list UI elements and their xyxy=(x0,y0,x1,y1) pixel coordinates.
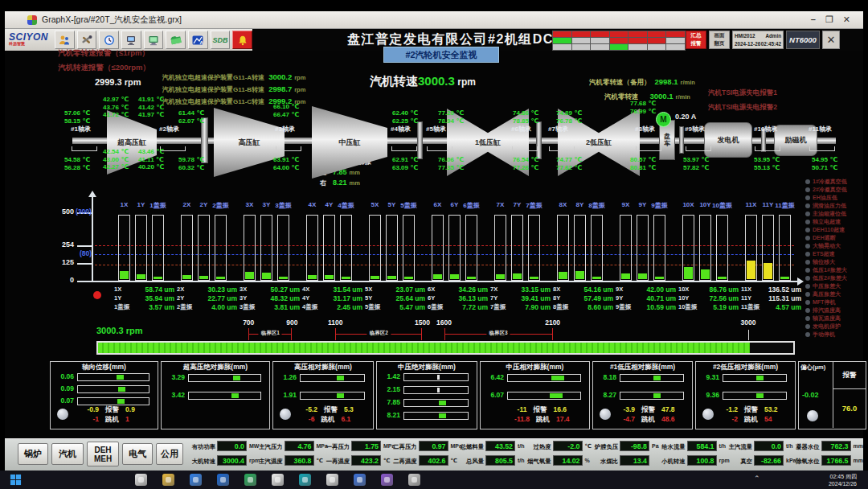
vibration-bar-fill xyxy=(279,277,288,279)
speedbar-tick-3000 xyxy=(748,330,750,340)
limit-text: -6 xyxy=(309,415,315,425)
vib-table-value: 54.16 um xyxy=(570,286,613,294)
limit-text: 54 xyxy=(764,415,772,425)
vib-table-value: 86.76 um xyxy=(695,286,739,294)
panel-bar xyxy=(403,386,469,394)
dynamic-layer: 汽机独立电超速保护装置G11-A转速3000.2rpm汽机独立电超速保护装置G1… xyxy=(0,0,868,489)
vibration-bar-8盖振 xyxy=(591,215,603,281)
limit-text: -11.8 xyxy=(514,415,530,425)
limit-text: -11 xyxy=(518,405,527,415)
vibration-bar-7Y xyxy=(511,215,523,281)
measurement-unit: ℃ xyxy=(585,443,592,450)
status-indicator xyxy=(807,410,818,421)
bearing-temperature: 66.10 ℃ 66.47 ℃ xyxy=(273,103,299,118)
taskbar-app-icon[interactable] xyxy=(272,474,284,486)
vibration-bar-5X xyxy=(369,215,381,281)
panel-bar-marker xyxy=(653,376,661,380)
trip-condition-item: 手动停机 xyxy=(805,331,835,339)
panel-title: 中压相对膨胀(mm) xyxy=(481,363,589,372)
panel-bar-marker xyxy=(550,393,563,398)
taskbar-app-icon[interactable] xyxy=(217,474,229,486)
trip-condition-item: 大轴晃动大 xyxy=(805,242,841,250)
vibration-bar-1X xyxy=(118,215,130,281)
taskbar-app-icon[interactable] xyxy=(299,474,311,486)
trip-condition-label: 1#冷凝真空低 xyxy=(813,178,847,186)
measurement-value: 423.2 xyxy=(351,455,381,466)
limit-text: 报警 xyxy=(641,405,655,415)
nav-button-DEH[interactable]: DEHMEH xyxy=(87,442,119,466)
nav-button-label: 锅炉 xyxy=(24,450,42,458)
vibration-bar-label: 10盖振 xyxy=(710,201,734,210)
vib-ytick-label: 0 xyxy=(47,276,74,284)
vibration-bar-fill xyxy=(404,277,413,279)
vibration-bar-fill xyxy=(325,275,334,279)
limit-text: 1 xyxy=(125,415,129,425)
taskbar-app-icon[interactable] xyxy=(326,474,338,486)
measurement-value: 584.1 xyxy=(687,441,717,451)
vibration-bar-11X xyxy=(745,215,757,281)
measurement-value: 0.0 xyxy=(217,441,247,451)
panel-#2低压相对膨胀(mm): #2低压相对膨胀(mm)9.319.36-1.2报警53.2-2跳机54 xyxy=(695,361,796,429)
vibration-bar-7X xyxy=(494,215,506,281)
vib-table-value: 2.45 um xyxy=(319,303,362,311)
panel-bar xyxy=(403,412,469,420)
nav-button-锅炉[interactable]: 锅炉 xyxy=(18,443,48,465)
bearing-bracket xyxy=(512,146,538,151)
panel-bar xyxy=(620,374,684,382)
nav-button-label: MEH xyxy=(94,454,112,463)
limit-text: 5.3 xyxy=(344,405,354,415)
trip-condition-label: ETS超速 xyxy=(813,250,835,258)
eccentricity-value: -0.02 xyxy=(802,391,826,399)
taskbar-app-icon[interactable] xyxy=(381,474,393,486)
taskbar-app-icon[interactable] xyxy=(190,474,202,486)
vibration-bar-5盖振 xyxy=(403,215,415,281)
vibration-bar-8Y xyxy=(574,215,586,281)
limit-text: 跳机 xyxy=(321,415,334,425)
measurement-label: 一再温度 xyxy=(324,458,350,466)
taskbar-app-icon[interactable] xyxy=(354,474,366,486)
panel-bar-value: 7.85 xyxy=(379,398,400,406)
vib-ytick-label: 125 xyxy=(47,258,74,266)
measurement-unit: t/h xyxy=(518,443,525,449)
panel-bar xyxy=(188,392,261,400)
nav-button-公用[interactable]: 公用 xyxy=(156,443,183,465)
limit-text: 报警 xyxy=(744,405,758,415)
trip-condition-dot xyxy=(805,268,810,273)
measurement-unit: mm xyxy=(854,458,863,463)
taskbar-app-icon[interactable] xyxy=(408,474,420,486)
limit-text: 报警 xyxy=(324,405,338,415)
vibration-bar-1盖振 xyxy=(152,215,164,281)
panel-bar-marker xyxy=(337,393,344,398)
trip-condition-label: EH油压低 xyxy=(813,194,837,202)
cylinder-发电机: 发电机 xyxy=(704,122,752,158)
taskbar-app-icon[interactable] xyxy=(135,474,147,486)
vib-table-label: 8Y xyxy=(553,294,560,302)
measurement-unit: ℃ xyxy=(317,458,323,464)
panel-bar-marker xyxy=(233,376,240,380)
vibration-bar-fill xyxy=(433,274,442,279)
panel-bar xyxy=(77,385,149,393)
trip-condition-item: MFT停机 xyxy=(805,298,835,306)
limit-text: -1.2 xyxy=(726,405,738,415)
panel-bar-value: 8.21 xyxy=(379,411,400,419)
panel-limits: -3.9报警47.8 xyxy=(608,405,690,415)
bearing-temperature: 42.97 ℃ 43.76 ℃ 41.72 ℃ xyxy=(103,96,129,119)
vibration-bar-6Y xyxy=(448,215,461,281)
vib-table-label: 3盖振 xyxy=(240,303,255,311)
vib-table-label: 4盖振 xyxy=(302,303,317,311)
panel-limits: -4.7跳机48.6 xyxy=(608,415,690,425)
panel-bar xyxy=(300,374,365,382)
nav-button-电气[interactable]: 电气 xyxy=(122,443,153,465)
measurement-value: 1.75 xyxy=(351,441,381,451)
motor-icon: M xyxy=(656,112,671,127)
taskbar-app-glyph xyxy=(275,477,280,483)
vibration-bar-fill xyxy=(387,276,396,279)
cylinder-label: 1低压缸 xyxy=(475,138,501,148)
taskbar-app-icon[interactable] xyxy=(162,474,174,486)
taskbar-app-icon[interactable] xyxy=(244,474,256,486)
status-indicator xyxy=(600,409,611,420)
trip-condition-label: 排汽温度高 xyxy=(813,306,841,314)
nav-button-汽机[interactable]: 汽机 xyxy=(51,443,84,465)
trip-condition-dot xyxy=(805,332,810,337)
trip-condition-dot xyxy=(805,308,810,313)
